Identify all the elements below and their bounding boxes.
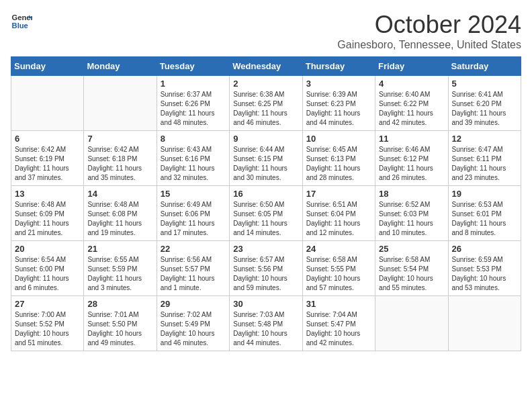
day-number: 28 — [87, 299, 152, 309]
day-number: 9 — [233, 134, 298, 144]
weekday-header-sunday: Sunday — [11, 57, 84, 76]
day-info: Sunrise: 6:41 AM Sunset: 6:20 PM Dayligh… — [452, 90, 517, 128]
calendar-subtitle: Gainesboro, Tennessee, United States — [337, 39, 521, 51]
day-info: Sunrise: 6:57 AM Sunset: 5:56 PM Dayligh… — [233, 255, 298, 293]
day-number: 12 — [452, 134, 517, 144]
day-info: Sunrise: 6:46 AM Sunset: 6:12 PM Dayligh… — [379, 145, 444, 183]
weekday-header-tuesday: Tuesday — [157, 57, 229, 76]
calendar-cell — [448, 296, 521, 351]
calendar-cell: 10Sunrise: 6:45 AM Sunset: 6:13 PM Dayli… — [302, 131, 375, 186]
day-info: Sunrise: 6:42 AM Sunset: 6:18 PM Dayligh… — [87, 145, 152, 183]
calendar-cell: 14Sunrise: 6:48 AM Sunset: 6:08 PM Dayli… — [84, 186, 157, 241]
day-info: Sunrise: 6:47 AM Sunset: 6:11 PM Dayligh… — [452, 145, 517, 183]
day-info: Sunrise: 6:40 AM Sunset: 6:22 PM Dayligh… — [379, 90, 444, 128]
logo-icon: General Blue — [11, 11, 32, 32]
day-info: Sunrise: 6:50 AM Sunset: 6:05 PM Dayligh… — [233, 200, 298, 238]
calendar-cell: 25Sunrise: 6:58 AM Sunset: 5:54 PM Dayli… — [375, 241, 448, 296]
day-info: Sunrise: 7:02 AM Sunset: 5:49 PM Dayligh… — [161, 310, 226, 348]
day-number: 10 — [306, 134, 371, 144]
calendar-cell: 21Sunrise: 6:55 AM Sunset: 5:59 PM Dayli… — [84, 241, 157, 296]
weekday-header-thursday: Thursday — [302, 57, 375, 76]
calendar-cell: 5Sunrise: 6:41 AM Sunset: 6:20 PM Daylig… — [448, 76, 521, 131]
calendar-cell: 20Sunrise: 6:54 AM Sunset: 6:00 PM Dayli… — [11, 241, 84, 296]
day-number: 21 — [87, 244, 152, 254]
day-number: 5 — [452, 79, 517, 89]
day-info: Sunrise: 6:38 AM Sunset: 6:25 PM Dayligh… — [233, 90, 298, 128]
day-info: Sunrise: 6:51 AM Sunset: 6:04 PM Dayligh… — [306, 200, 371, 238]
day-number: 31 — [306, 299, 371, 309]
week-row-4: 20Sunrise: 6:54 AM Sunset: 6:00 PM Dayli… — [11, 241, 521, 296]
day-number: 15 — [161, 189, 226, 199]
weekday-header-row: SundayMondayTuesdayWednesdayThursdayFrid… — [11, 57, 521, 76]
calendar-cell: 18Sunrise: 6:52 AM Sunset: 6:03 PM Dayli… — [375, 186, 448, 241]
calendar-cell: 12Sunrise: 6:47 AM Sunset: 6:11 PM Dayli… — [448, 131, 521, 186]
calendar-table: SundayMondayTuesdayWednesdayThursdayFrid… — [11, 56, 521, 351]
day-number: 1 — [161, 79, 226, 89]
day-info: Sunrise: 6:54 AM Sunset: 6:00 PM Dayligh… — [15, 255, 80, 293]
day-number: 23 — [233, 244, 298, 254]
weekday-header-saturday: Saturday — [448, 57, 521, 76]
calendar-cell: 24Sunrise: 6:58 AM Sunset: 5:55 PM Dayli… — [302, 241, 375, 296]
calendar-cell: 22Sunrise: 6:56 AM Sunset: 5:57 PM Dayli… — [157, 241, 229, 296]
weekday-header-monday: Monday — [84, 57, 157, 76]
day-info: Sunrise: 6:39 AM Sunset: 6:23 PM Dayligh… — [306, 90, 371, 128]
calendar-cell: 8Sunrise: 6:43 AM Sunset: 6:16 PM Daylig… — [157, 131, 229, 186]
day-info: Sunrise: 6:45 AM Sunset: 6:13 PM Dayligh… — [306, 145, 371, 183]
day-number: 18 — [379, 189, 444, 199]
week-row-2: 6Sunrise: 6:42 AM Sunset: 6:19 PM Daylig… — [11, 131, 521, 186]
weekday-header-friday: Friday — [375, 57, 448, 76]
calendar-title: October 2024 — [337, 11, 521, 39]
day-number: 7 — [87, 134, 152, 144]
calendar-cell: 3Sunrise: 6:39 AM Sunset: 6:23 PM Daylig… — [302, 76, 375, 131]
week-row-1: 1Sunrise: 6:37 AM Sunset: 6:26 PM Daylig… — [11, 76, 521, 131]
day-number: 26 — [452, 244, 517, 254]
day-info: Sunrise: 7:00 AM Sunset: 5:52 PM Dayligh… — [15, 310, 80, 348]
calendar-cell: 13Sunrise: 6:48 AM Sunset: 6:09 PM Dayli… — [11, 186, 84, 241]
calendar-cell: 9Sunrise: 6:44 AM Sunset: 6:15 PM Daylig… — [230, 131, 302, 186]
day-number: 4 — [379, 79, 444, 89]
day-info: Sunrise: 6:48 AM Sunset: 6:08 PM Dayligh… — [87, 200, 152, 238]
calendar-cell: 16Sunrise: 6:50 AM Sunset: 6:05 PM Dayli… — [230, 186, 302, 241]
calendar-cell: 19Sunrise: 6:53 AM Sunset: 6:01 PM Dayli… — [448, 186, 521, 241]
logo: General Blue — [11, 11, 32, 32]
day-info: Sunrise: 7:01 AM Sunset: 5:50 PM Dayligh… — [87, 310, 152, 348]
calendar-cell: 29Sunrise: 7:02 AM Sunset: 5:49 PM Dayli… — [157, 296, 229, 351]
day-number: 6 — [15, 134, 80, 144]
day-number: 19 — [452, 189, 517, 199]
day-number: 29 — [161, 299, 226, 309]
svg-text:Blue: Blue — [12, 21, 28, 30]
title-section: October 2024 Gainesboro, Tennessee, Unit… — [337, 11, 521, 51]
day-info: Sunrise: 7:04 AM Sunset: 5:47 PM Dayligh… — [306, 310, 371, 348]
day-number: 16 — [233, 189, 298, 199]
calendar-cell: 17Sunrise: 6:51 AM Sunset: 6:04 PM Dayli… — [302, 186, 375, 241]
week-row-3: 13Sunrise: 6:48 AM Sunset: 6:09 PM Dayli… — [11, 186, 521, 241]
day-info: Sunrise: 6:56 AM Sunset: 5:57 PM Dayligh… — [161, 255, 226, 293]
day-number: 8 — [161, 134, 226, 144]
day-info: Sunrise: 6:49 AM Sunset: 6:06 PM Dayligh… — [161, 200, 226, 238]
calendar-cell: 6Sunrise: 6:42 AM Sunset: 6:19 PM Daylig… — [11, 131, 84, 186]
day-info: Sunrise: 6:42 AM Sunset: 6:19 PM Dayligh… — [15, 145, 80, 183]
calendar-cell: 28Sunrise: 7:01 AM Sunset: 5:50 PM Dayli… — [84, 296, 157, 351]
calendar-cell: 7Sunrise: 6:42 AM Sunset: 6:18 PM Daylig… — [84, 131, 157, 186]
day-number: 30 — [233, 299, 298, 309]
day-info: Sunrise: 7:03 AM Sunset: 5:48 PM Dayligh… — [233, 310, 298, 348]
day-number: 22 — [161, 244, 226, 254]
day-number: 24 — [306, 244, 371, 254]
calendar-cell: 30Sunrise: 7:03 AM Sunset: 5:48 PM Dayli… — [230, 296, 302, 351]
calendar-cell: 1Sunrise: 6:37 AM Sunset: 6:26 PM Daylig… — [157, 76, 229, 131]
day-info: Sunrise: 6:44 AM Sunset: 6:15 PM Dayligh… — [233, 145, 298, 183]
calendar-cell — [375, 296, 448, 351]
calendar-cell: 27Sunrise: 7:00 AM Sunset: 5:52 PM Dayli… — [11, 296, 84, 351]
calendar-cell: 4Sunrise: 6:40 AM Sunset: 6:22 PM Daylig… — [375, 76, 448, 131]
day-number: 20 — [15, 244, 80, 254]
calendar-cell: 26Sunrise: 6:59 AM Sunset: 5:53 PM Dayli… — [448, 241, 521, 296]
calendar-cell: 2Sunrise: 6:38 AM Sunset: 6:25 PM Daylig… — [230, 76, 302, 131]
day-number: 14 — [87, 189, 152, 199]
day-number: 27 — [15, 299, 80, 309]
calendar-cell — [11, 76, 84, 131]
day-info: Sunrise: 6:58 AM Sunset: 5:55 PM Dayligh… — [306, 255, 371, 293]
calendar-cell: 11Sunrise: 6:46 AM Sunset: 6:12 PM Dayli… — [375, 131, 448, 186]
calendar-cell: 31Sunrise: 7:04 AM Sunset: 5:47 PM Dayli… — [302, 296, 375, 351]
day-info: Sunrise: 6:55 AM Sunset: 5:59 PM Dayligh… — [87, 255, 152, 293]
day-number: 2 — [233, 79, 298, 89]
